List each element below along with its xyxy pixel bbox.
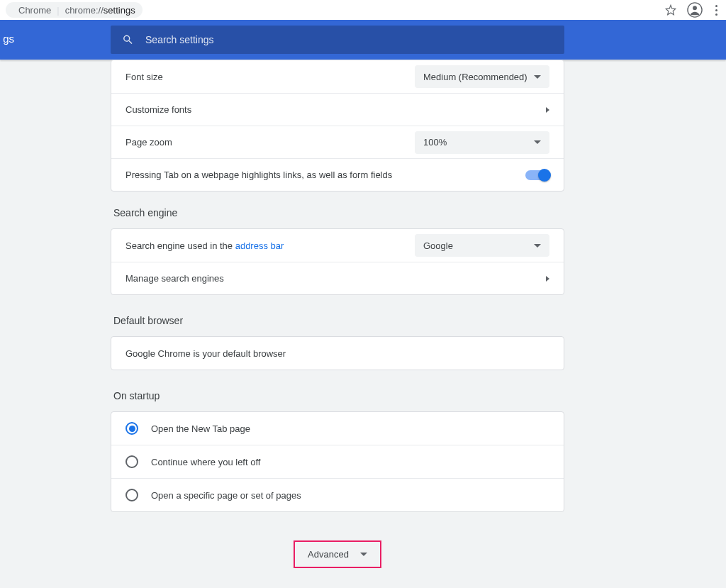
- chevron-down-icon: [534, 140, 541, 144]
- chevron-right-icon: [546, 107, 549, 113]
- advanced-label: Advanced: [308, 549, 349, 560]
- page-zoom-label: Page zoom: [125, 137, 172, 148]
- default-browser-section-title: Default browser: [111, 315, 564, 326]
- browser-address-bar: Chrome | chrome://settings: [0, 0, 726, 20]
- page-zoom-select[interactable]: 100%: [415, 131, 549, 154]
- search-engine-used-row: Search engine used in the address bar Go…: [111, 229, 564, 262]
- profile-icon[interactable]: [687, 2, 703, 18]
- radio-selected-icon[interactable]: [125, 422, 138, 435]
- manage-search-engines-row[interactable]: Manage search engines: [111, 262, 564, 294]
- chevron-down-icon: [360, 553, 367, 556]
- tab-highlight-toggle[interactable]: [525, 170, 549, 180]
- chevron-down-icon: [534, 244, 541, 248]
- page-zoom-value: 100%: [423, 137, 447, 148]
- customize-fonts-label: Customize fonts: [125, 104, 191, 115]
- page-zoom-row: Page zoom 100%: [111, 126, 564, 158]
- svg-point-3: [693, 6, 697, 10]
- settings-content: Font size Medium (Recommended) Customize…: [111, 60, 564, 568]
- font-size-value: Medium (Recommended): [423, 72, 527, 82]
- startup-card: Open the New Tab page Continue where you…: [111, 411, 564, 512]
- manage-search-engines-label: Manage search engines: [125, 273, 224, 284]
- startup-option-specific[interactable]: Open a specific page or set of pages: [111, 479, 564, 511]
- startup-option-label: Open the New Tab page: [151, 423, 250, 434]
- advanced-toggle-button[interactable]: Advanced: [294, 540, 381, 568]
- default-browser-row: Google Chrome is your default browser: [111, 337, 564, 370]
- kebab-menu-icon[interactable]: [713, 4, 720, 17]
- omnibox-url: chrome://settings: [65, 5, 135, 16]
- settings-search-box[interactable]: [111, 26, 564, 54]
- radio-unselected-icon[interactable]: [125, 455, 138, 468]
- font-size-row: Font size Medium (Recommended): [111, 60, 564, 93]
- omnibox-app-name: Chrome: [18, 5, 51, 16]
- font-size-select[interactable]: Medium (Recommended): [415, 65, 549, 88]
- appearance-card: Font size Medium (Recommended) Customize…: [111, 60, 564, 192]
- default-browser-message: Google Chrome is your default browser: [125, 348, 286, 359]
- font-size-label: Font size: [125, 72, 163, 82]
- address-bar-link[interactable]: address bar: [235, 240, 284, 251]
- startup-option-new-tab[interactable]: Open the New Tab page: [111, 412, 564, 445]
- tab-highlight-row: Pressing Tab on a webpage highlights lin…: [111, 158, 564, 191]
- search-engine-select[interactable]: Google: [415, 234, 549, 257]
- settings-search-input[interactable]: [145, 34, 553, 45]
- omnibox-divider: |: [57, 5, 59, 16]
- startup-option-label: Continue where you left off: [151, 457, 260, 467]
- tab-highlight-label: Pressing Tab on a webpage highlights lin…: [125, 170, 392, 180]
- startup-option-label: Open a specific page or set of pages: [151, 490, 301, 501]
- chevron-down-icon: [534, 75, 541, 79]
- search-engine-section-title: Search engine: [111, 207, 564, 218]
- bookmark-star-icon[interactable]: [664, 4, 677, 16]
- default-browser-card: Google Chrome is your default browser: [111, 336, 564, 370]
- chevron-right-icon: [546, 276, 549, 282]
- customize-fonts-row[interactable]: Customize fonts: [111, 93, 564, 126]
- radio-unselected-icon[interactable]: [125, 489, 138, 501]
- startup-section-title: On startup: [111, 390, 564, 401]
- search-icon: [122, 33, 134, 46]
- search-engine-used-label: Search engine used in the address bar: [125, 240, 284, 251]
- settings-header: gs: [0, 20, 726, 60]
- omnibox[interactable]: Chrome | chrome://settings: [6, 2, 143, 18]
- search-engine-value: Google: [423, 240, 453, 251]
- startup-option-continue[interactable]: Continue where you left off: [111, 445, 564, 478]
- advanced-button-wrap: Advanced: [111, 540, 564, 568]
- search-engine-card: Search engine used in the address bar Go…: [111, 228, 564, 295]
